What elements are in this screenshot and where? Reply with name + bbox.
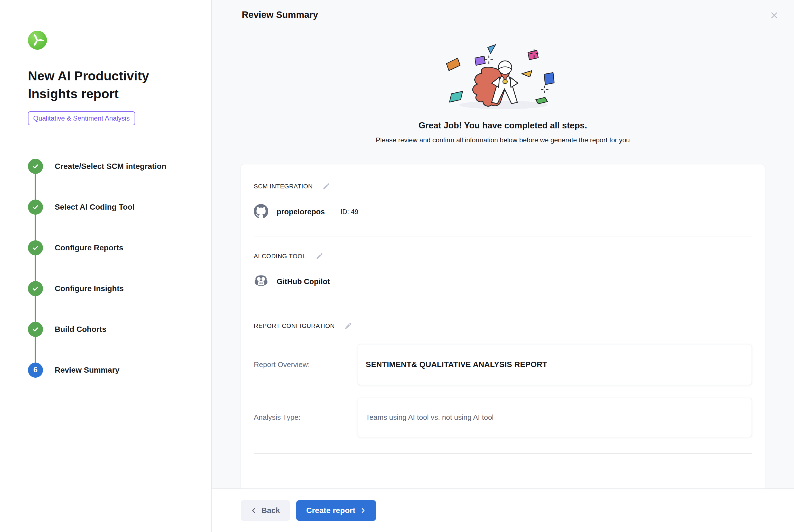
- create-report-button-label: Create report: [306, 506, 355, 515]
- review-summary-panel: Review Summary: [212, 0, 794, 532]
- step-configure-insights[interactable]: Configure Insights: [28, 281, 200, 296]
- step-build-cohorts[interactable]: Build Cohorts: [28, 322, 200, 337]
- step-create-select-scm[interactable]: Create/Select SCM integration: [28, 159, 200, 174]
- github-copilot-icon: [254, 274, 268, 289]
- step-label: Configure Insights: [55, 284, 124, 293]
- report-overview-value: SENTIMENT& QUALITATIVE ANALYSIS REPORT: [358, 344, 752, 385]
- ai-tool-section-label: AI CODING TOOL: [254, 253, 306, 260]
- ai-tool-name: GitHub Copilot: [277, 278, 330, 286]
- report-overview-label: Report Overview:: [254, 360, 358, 369]
- analysis-type-value: Teams using AI tool vs. not using AI too…: [358, 398, 752, 437]
- section-divider: [254, 236, 752, 236]
- create-report-button[interactable]: Create report: [296, 500, 376, 521]
- report-config-section-label: REPORT CONFIGURATION: [254, 322, 335, 330]
- step-label: Select AI Coding Tool: [55, 203, 135, 212]
- wizard-footer: Back Create report: [212, 489, 794, 532]
- back-button[interactable]: Back: [241, 500, 290, 521]
- back-button-label: Back: [261, 506, 280, 515]
- scm-integration-id: ID: 49: [341, 208, 358, 216]
- check-circle-icon: [28, 159, 43, 174]
- panel-scroll-area: Great Job! You have completed all steps.…: [212, 31, 794, 489]
- scm-integration-name: propelorepos: [277, 208, 325, 216]
- analysis-type-label: Analysis Type:: [254, 413, 358, 422]
- wizard-sidebar: New AI Productivity Insights report Qual…: [0, 0, 212, 532]
- github-icon: [254, 204, 268, 220]
- analysis-type-badge: Qualitative & Sentiment Analysis: [28, 111, 135, 125]
- edit-scm-pencil-icon[interactable]: [322, 182, 331, 191]
- step-review-summary[interactable]: 6 Review Summary: [28, 363, 200, 378]
- summary-card: SCM INTEGRATION propelorepos ID: 49 AI C…: [241, 164, 765, 489]
- step-configure-reports[interactable]: Configure Reports: [28, 240, 200, 255]
- step-label: Build Cohorts: [55, 325, 106, 334]
- app-window: New AI Productivity Insights report Qual…: [0, 0, 794, 532]
- completion-heading: Great Job! You have completed all steps.: [212, 120, 794, 131]
- section-divider: [254, 306, 752, 306]
- wizard-stepper: Create/Select SCM integration Select AI …: [28, 159, 200, 378]
- step-select-ai-tool[interactable]: Select AI Coding Tool: [28, 200, 200, 215]
- check-circle-icon: [28, 281, 43, 296]
- step-label: Review Summary: [55, 366, 119, 375]
- section-divider: [254, 453, 752, 454]
- wizard-title: New AI Productivity Insights report: [28, 67, 179, 103]
- page-title: Review Summary: [242, 10, 318, 20]
- analysis-type-row: Analysis Type: Teams using AI tool vs. n…: [254, 398, 752, 437]
- chevron-right-icon: [360, 508, 366, 514]
- close-icon[interactable]: [770, 11, 779, 20]
- check-circle-icon: [28, 200, 43, 215]
- report-overview-row: Report Overview: SENTIMENT& QUALITATIVE …: [254, 344, 752, 385]
- step-label: Configure Reports: [55, 243, 124, 252]
- edit-report-config-pencil-icon[interactable]: [344, 321, 353, 331]
- scm-section-label: SCM INTEGRATION: [254, 183, 313, 190]
- check-circle-icon: [28, 322, 43, 337]
- check-circle-icon: [28, 240, 43, 255]
- step-label: Create/Select SCM integration: [55, 162, 166, 171]
- step-number-badge: 6: [28, 363, 43, 378]
- edit-ai-tool-pencil-icon[interactable]: [315, 251, 324, 261]
- propelo-logo-icon: [28, 31, 47, 50]
- chevron-left-icon: [251, 508, 257, 514]
- stepper-connector-line: [35, 167, 36, 370]
- celebration-illustration: [433, 42, 573, 114]
- completion-subheading: Please review and confirm all informatio…: [212, 136, 794, 144]
